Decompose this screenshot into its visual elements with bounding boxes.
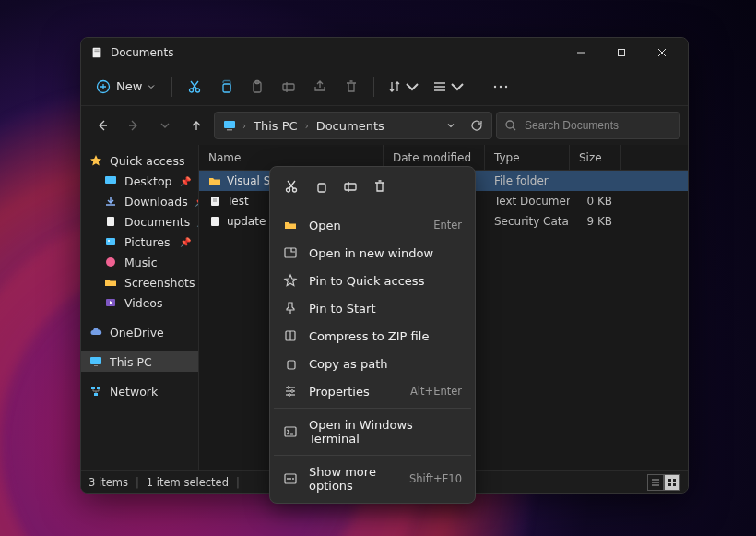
view-details-button[interactable] [647, 474, 664, 491]
grid-icon [667, 478, 677, 487]
sidebar-screenshots[interactable]: Screenshots [81, 272, 198, 292]
videos-icon [104, 296, 117, 309]
svg-rect-37 [94, 365, 98, 366]
breadcrumb-documents[interactable]: Documents [313, 117, 388, 135]
chevron-down-icon [148, 83, 155, 90]
maximize-button[interactable] [601, 39, 642, 66]
refresh-icon [470, 119, 483, 132]
close-button[interactable] [642, 39, 682, 66]
ctx-open[interactable]: Open Enter [274, 211, 471, 239]
ctx-pin-quick[interactable]: Pin to Quick access [274, 267, 471, 294]
folder-icon [208, 174, 221, 187]
recent-button[interactable] [151, 112, 179, 139]
chevron-right-icon: › [305, 121, 309, 131]
svg-point-23 [500, 85, 502, 87]
view-thumbnails-button[interactable] [664, 474, 680, 491]
sidebar-onedrive[interactable]: OneDrive [81, 322, 198, 342]
ctx-copy-button[interactable] [307, 173, 335, 199]
search-input[interactable] [525, 119, 672, 132]
sidebar-this-pc[interactable]: This PC [81, 351, 198, 372]
titlebar[interactable]: Documents [81, 38, 688, 67]
ctx-pin-start[interactable]: Pin to Start [274, 294, 471, 322]
svg-line-28 [513, 127, 515, 130]
chevron-right-icon: › [242, 121, 246, 131]
up-button[interactable] [183, 112, 210, 139]
sort-button[interactable] [382, 72, 425, 101]
sidebar-desktop[interactable]: Desktop📌 [81, 171, 198, 191]
address-dropdown[interactable] [440, 121, 462, 130]
delete-button[interactable] [337, 72, 366, 101]
more-button[interactable] [486, 72, 515, 101]
svg-rect-59 [285, 248, 296, 257]
svg-rect-57 [345, 184, 356, 190]
svg-rect-0 [93, 48, 101, 58]
sidebar-music[interactable]: Music [81, 252, 198, 272]
more-icon [283, 471, 298, 486]
svg-rect-69 [285, 427, 296, 436]
search-box[interactable] [496, 112, 680, 139]
copy-icon [219, 79, 233, 94]
pin-icon: 📌 [180, 176, 191, 186]
trash-icon [372, 179, 387, 194]
chevron-down-icon [405, 79, 419, 94]
svg-rect-1 [94, 50, 99, 51]
svg-point-71 [287, 478, 289, 480]
svg-point-24 [505, 85, 507, 87]
sidebar-pictures[interactable]: Pictures📌 [81, 232, 198, 252]
svg-rect-2 [94, 51, 99, 52]
zip-icon [283, 328, 298, 343]
ctx-rename-button[interactable] [337, 173, 364, 199]
documents-icon [104, 215, 117, 228]
ctx-open-new-window[interactable]: Open in new window [274, 239, 471, 267]
back-button[interactable] [89, 112, 116, 139]
sidebar-network[interactable]: Network [81, 381, 198, 401]
new-button[interactable]: New [87, 76, 164, 98]
column-size[interactable]: Size [570, 145, 621, 170]
svg-point-66 [288, 387, 290, 389]
svg-rect-29 [105, 176, 116, 184]
share-button[interactable] [305, 72, 335, 101]
status-items: 3 items [89, 476, 128, 489]
svg-point-72 [289, 478, 291, 480]
column-type[interactable]: Type [485, 145, 570, 170]
svg-rect-26 [227, 129, 232, 131]
trash-icon [344, 79, 359, 94]
downloads-icon [104, 195, 117, 208]
chevron-down-icon [450, 79, 465, 94]
sidebar-downloads[interactable]: Downloads📌 [81, 191, 198, 211]
ctx-delete-button[interactable] [366, 173, 394, 199]
ctx-show-more[interactable]: Show more options Shift+F10 [274, 459, 471, 499]
view-button[interactable] [427, 72, 470, 101]
open-icon [283, 218, 298, 232]
ctx-compress[interactable]: Compress to ZIP file [274, 322, 471, 350]
refresh-button[interactable] [466, 119, 488, 132]
sidebar-documents[interactable]: Documents📌 [81, 211, 198, 232]
sidebar: Quick access Desktop📌 Downloads📌 Documen… [81, 145, 199, 470]
arrow-up-icon [190, 119, 203, 132]
rename-button[interactable] [274, 72, 303, 101]
ctx-cut-button[interactable] [278, 173, 305, 199]
copy-icon [313, 179, 328, 194]
copy-button[interactable] [211, 72, 241, 101]
properties-icon [283, 384, 298, 399]
forward-button[interactable] [120, 112, 148, 139]
cut-button[interactable] [180, 72, 209, 101]
paste-icon [250, 79, 265, 94]
cut-icon [187, 79, 202, 94]
ctx-copy-path[interactable]: Copy as path [274, 350, 471, 377]
rename-icon [343, 179, 358, 194]
pc-icon [222, 118, 237, 133]
sidebar-videos[interactable]: Videos [81, 292, 198, 313]
paste-button[interactable] [242, 72, 272, 101]
breadcrumb-this-pc[interactable]: This PC [250, 117, 301, 135]
file-icon [208, 195, 221, 208]
pc-icon [89, 355, 102, 368]
svg-point-73 [292, 478, 294, 480]
svg-rect-25 [224, 121, 235, 128]
svg-rect-48 [668, 479, 671, 482]
ctx-properties[interactable]: Properties Alt+Enter [274, 377, 471, 405]
sidebar-quick-access[interactable]: Quick access [81, 150, 198, 171]
address-bar[interactable]: › This PC › Documents [214, 112, 492, 139]
minimize-button[interactable] [561, 39, 601, 66]
ctx-terminal[interactable]: Open in Windows Terminal [274, 411, 471, 452]
